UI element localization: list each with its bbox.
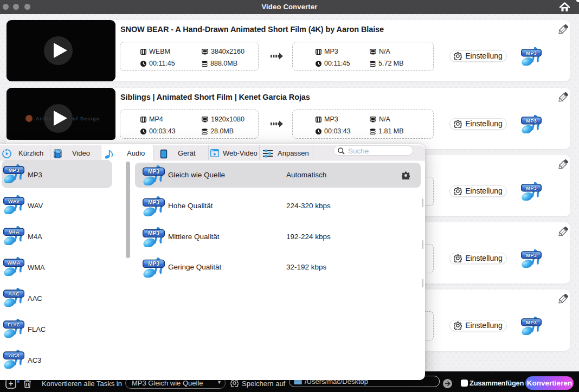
svg-text:MP3: MP3 — [148, 169, 159, 175]
svg-text:MP3: MP3 — [148, 230, 159, 236]
svg-text:FLAC: FLAC — [8, 323, 20, 327]
svg-text:AC3: AC3 — [9, 352, 20, 358]
svg-text:MP3: MP3 — [526, 118, 537, 124]
svg-text:MP3: MP3 — [526, 319, 537, 325]
svg-text:MP3: MP3 — [148, 200, 159, 205]
svg-text:WMA: WMA — [7, 260, 20, 266]
svg-text:MP3: MP3 — [526, 252, 537, 258]
svg-text:WAV: WAV — [8, 198, 20, 204]
svg-text:MP3: MP3 — [526, 50, 537, 56]
svg-text:AAC: AAC — [8, 291, 20, 297]
svg-text:M4A: M4A — [8, 229, 20, 235]
svg-text:MP3: MP3 — [8, 167, 20, 173]
svg-text:MP3: MP3 — [526, 185, 537, 191]
svg-text:MP3: MP3 — [148, 261, 159, 267]
